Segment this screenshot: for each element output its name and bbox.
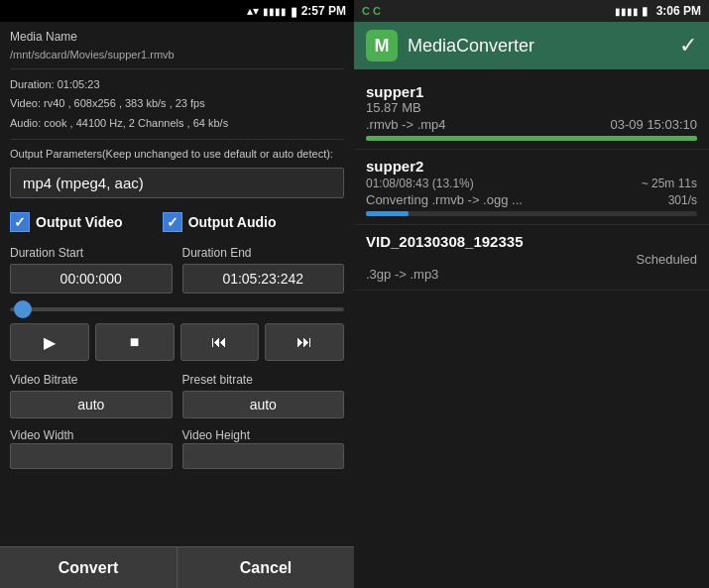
next-button[interactable]: ⏭ — [265, 323, 344, 361]
media-path: /mnt/sdcard/Movies/supper1.rmvb — [10, 49, 344, 60]
right-panel: C C ▮▮▮▮ ▮ 3:06 PM M MediaConverter ✓ su… — [354, 0, 709, 588]
status-left-icons: C C — [362, 5, 611, 17]
left-panel: ▴▾ ▮▮▮▮ ▮ 2:57 PM Media Name /mnt/sdcard… — [0, 0, 354, 588]
item-format-text: .3gp -> .mp3 — [366, 267, 697, 282]
progress-bar-container — [366, 211, 697, 216]
c-icon-2: C — [373, 5, 381, 17]
app-icon: M — [366, 30, 398, 61]
video-height-field[interactable] — [182, 443, 345, 469]
left-content: Media Name /mnt/sdcard/Movies/supper1.rm… — [0, 22, 354, 546]
duration-end-col: Duration End 01:05:23:242 — [182, 246, 345, 294]
item-format: .rmvb -> .mp4 — [366, 117, 446, 132]
checkmark-icon[interactable]: ✓ — [679, 33, 697, 59]
status-bar-left: ▴▾ ▮▮▮▮ ▮ 2:57 PM — [0, 0, 354, 22]
checkbox-row: ✓ Output Video ✓ Output Audio — [10, 212, 344, 232]
item-progress-text: 01:08/08:43 (13.1%) — [366, 176, 474, 190]
scheduled-label: Scheduled — [637, 252, 697, 267]
output-params-label: Output Parameters(Keep unchanged to use … — [10, 148, 344, 160]
format-badge[interactable]: mp4 (mpeg4, aac) — [10, 168, 344, 198]
list-item: supper1 15.87 MB .rmvb -> .mp4 03-09 15:… — [354, 75, 709, 150]
item-format: Converting .rmvb -> .ogg ... — [366, 192, 523, 207]
output-video-label: Output Video — [36, 214, 123, 230]
stop-button[interactable]: ■ — [95, 323, 175, 361]
video-bitrate-label: Video Bitrate — [10, 373, 173, 387]
item-name: supper1 — [366, 83, 697, 100]
next-icon: ⏭ — [296, 333, 312, 351]
media-name-label: Media Name — [10, 30, 344, 44]
duration-start-field[interactable]: 00:00:000 — [10, 264, 173, 294]
c-icon-1: C — [362, 5, 370, 17]
play-button[interactable]: ▶ — [10, 323, 89, 361]
video-height-col: Video Height — [182, 428, 345, 469]
slider-track[interactable] — [10, 307, 344, 311]
item-name: VID_20130308_192335 — [366, 233, 697, 250]
wifi-icon: ▴▾ — [247, 4, 259, 18]
bottom-buttons: Convert Cancel — [0, 546, 354, 588]
slider-thumb[interactable] — [14, 300, 32, 318]
duration-start-col: Duration Start 00:00:000 — [10, 246, 173, 294]
output-audio-checkbox[interactable]: ✓ Output Audio — [163, 212, 277, 232]
preset-bitrate-col: Preset bitrate auto — [182, 373, 345, 418]
list-item: VID_20130308_192335 Scheduled .3gp -> .m… — [354, 225, 709, 291]
item-size: 15.87 MB — [366, 100, 697, 115]
item-speed: 301/s — [668, 193, 697, 207]
play-icon: ▶ — [44, 333, 56, 352]
preset-bitrate-label: Preset bitrate — [182, 373, 345, 387]
output-video-checkbox[interactable]: ✓ Output Video — [10, 212, 123, 232]
output-audio-label: Output Audio — [188, 214, 277, 230]
video-height-label: Video Height — [182, 428, 345, 442]
divider1 — [10, 68, 344, 69]
signal-icon: ▮▮▮▮ — [615, 6, 639, 17]
video-width-col: Video Width — [10, 428, 173, 469]
video-bitrate-field[interactable]: auto — [10, 391, 173, 418]
duration-end-label: Duration End — [182, 246, 345, 260]
conversion-list: supper1 15.87 MB .rmvb -> .mp4 03-09 15:… — [354, 69, 709, 588]
video-info: Video: rv40 , 608x256 , 383 kb/s , 23 fp… — [10, 96, 344, 111]
preset-bitrate-field[interactable]: auto — [182, 391, 345, 418]
playback-controls: ▶ ■ ⏮ ⏭ — [10, 323, 344, 361]
progress-bar-container — [366, 136, 697, 141]
video-bitrate-col: Video Bitrate auto — [10, 373, 173, 418]
prev-icon: ⏮ — [211, 333, 227, 351]
item-progress-row: 01:08/08:43 (13.1%) ~ 25m 11s — [366, 176, 697, 190]
left-time: 2:57 PM — [301, 4, 346, 18]
bitrate-row: Video Bitrate auto Preset bitrate auto — [10, 373, 344, 418]
app-toolbar: M MediaConverter ✓ — [354, 22, 709, 69]
signal-icon: ▮▮▮▮ — [263, 6, 287, 17]
item-format-row: .rmvb -> .mp4 03-09 15:03:10 — [366, 117, 697, 132]
video-width-label: Video Width — [10, 428, 173, 442]
audio-info: Audio: cook , 44100 Hz, 2 Channels , 64 … — [10, 116, 344, 131]
item-format-row: Converting .rmvb -> .ogg ... 301/s — [366, 192, 697, 207]
slider-row — [10, 307, 344, 311]
status-bar-right: C C ▮▮▮▮ ▮ 3:06 PM — [354, 0, 709, 22]
progress-bar-fill — [366, 136, 697, 141]
item-name: supper2 — [366, 158, 697, 175]
stop-icon: ■ — [130, 333, 140, 351]
cancel-button[interactable]: Cancel — [177, 546, 354, 588]
right-time: 3:06 PM — [656, 4, 701, 18]
list-item: supper2 01:08/08:43 (13.1%) ~ 25m 11s Co… — [354, 150, 709, 225]
duration-end-field[interactable]: 01:05:23:242 — [182, 264, 345, 294]
duration-row: Duration Start 00:00:000 Duration End 01… — [10, 246, 344, 294]
progress-bar-fill — [366, 211, 409, 216]
app-title: MediaConverter — [408, 36, 669, 57]
audio-check-box[interactable]: ✓ — [163, 212, 182, 232]
video-check-box[interactable]: ✓ — [10, 212, 30, 232]
duration-start-label: Duration Start — [10, 246, 173, 260]
convert-button[interactable]: Convert — [0, 546, 177, 588]
battery-icon: ▮ — [291, 4, 297, 19]
dimension-row: Video Width Video Height — [10, 428, 344, 469]
video-width-field[interactable] — [10, 443, 173, 469]
right-signal-icons: ▮▮▮▮ ▮ — [615, 4, 649, 18]
prev-button[interactable]: ⏮ — [180, 323, 260, 361]
item-timestamp: 03-09 15:03:10 — [611, 117, 697, 132]
divider2 — [10, 139, 344, 140]
duration-label: Duration: 01:05:23 — [10, 77, 344, 92]
battery-icon-right: ▮ — [642, 4, 649, 18]
item-eta: ~ 25m 11s — [642, 176, 697, 190]
item-format-row: Scheduled — [366, 252, 697, 267]
